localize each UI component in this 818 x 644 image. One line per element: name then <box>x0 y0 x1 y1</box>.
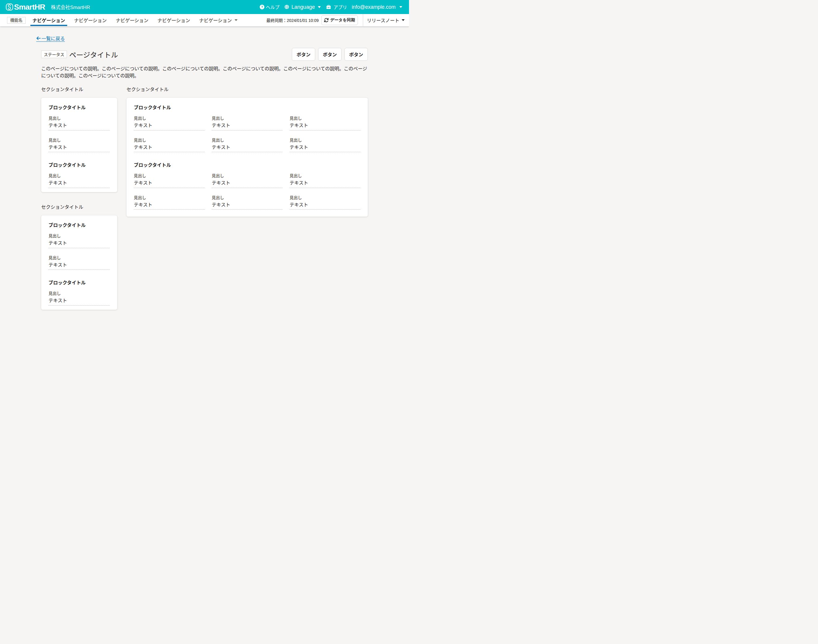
svg-text:?: ? <box>261 5 263 9</box>
